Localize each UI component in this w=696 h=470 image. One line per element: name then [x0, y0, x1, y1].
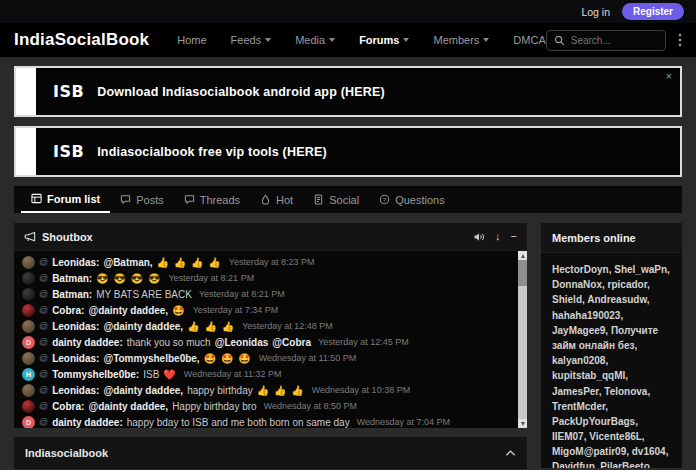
avatar[interactable]: D — [22, 416, 35, 429]
shoutbox-header: Shoutbox ↓ − — [14, 223, 527, 250]
search-box[interactable] — [546, 30, 666, 51]
main-navbar: IndiaSocialBook HomeFeedsMediaForumsMemb… — [0, 23, 696, 57]
tab-forum-list[interactable]: Forum list — [21, 186, 110, 213]
avatar[interactable] — [22, 320, 35, 333]
shoutbox-message: H@Tommyshelbe0be:ISB❤️Wednesday at 11:32… — [14, 366, 527, 382]
nav-item-home[interactable]: Home — [177, 34, 206, 46]
username[interactable]: Leonidas: — [52, 257, 99, 268]
banner-image-strip — [16, 68, 36, 115]
username[interactable]: Tommyshelbe0be: — [52, 369, 139, 380]
shoutbox-message: @Cobra:@dainty daddee,🤩Yesterday at 7:34… — [14, 302, 527, 318]
isb-logo: ISB — [53, 142, 84, 161]
avatar[interactable] — [22, 256, 35, 269]
mention-link[interactable]: @Cobra — [272, 337, 311, 348]
chevron-down-icon — [265, 38, 271, 42]
search-input[interactable] — [571, 35, 658, 46]
more-menu-button[interactable] — [678, 33, 682, 47]
minimize-icon[interactable]: − — [511, 231, 517, 242]
sound-on-icon[interactable] — [473, 231, 485, 243]
members-list[interactable]: HectorDoyn, Shel_waPn, DonnaNox, rpicado… — [541, 253, 682, 468]
close-icon[interactable]: × — [666, 71, 672, 82]
timestamp: Yesterday at 8:21 PM — [168, 273, 254, 283]
username[interactable]: Cobra: — [52, 305, 84, 316]
banner-android-app[interactable]: ISB Download Indiasocialbook android app… — [14, 66, 682, 117]
social-icon — [313, 194, 324, 205]
nav-item-media[interactable]: Media — [295, 34, 335, 46]
collapse-button[interactable] — [505, 449, 516, 457]
mention-link[interactable]: @dainty daddee, — [103, 385, 183, 396]
username[interactable]: Batman: — [52, 273, 92, 284]
avatar[interactable] — [22, 272, 35, 285]
mention-link[interactable]: @Batman, — [103, 257, 152, 268]
scroll-up-icon[interactable] — [518, 251, 527, 260]
mention-prefix-icon: @ — [39, 353, 48, 363]
tab-questions[interactable]: ?Questions — [369, 186, 455, 213]
timestamp: Wednesday at 10:38 PM — [312, 385, 410, 395]
nav-item-feeds[interactable]: Feeds — [231, 34, 272, 46]
nav-item-members[interactable]: Members — [433, 34, 489, 46]
scroll-down-icon[interactable] — [518, 419, 527, 428]
username[interactable]: Cobra: — [52, 401, 84, 412]
site-logo[interactable]: IndiaSocialBook — [14, 30, 149, 50]
utility-bar: Log in Register — [0, 0, 696, 23]
search-icon — [554, 35, 565, 46]
timestamp: Yesterday at 12:48 PM — [242, 321, 333, 331]
mention-link[interactable]: @dainty daddee, — [88, 401, 168, 412]
members-online-panel: Members online HectorDoyn, Shel_waPn, Do… — [541, 223, 682, 468]
chevron-down-icon — [329, 38, 335, 42]
page-content: ISB Download Indiasocialbook android app… — [0, 57, 696, 469]
mention-prefix-icon: @ — [39, 369, 48, 379]
login-link[interactable]: Log in — [581, 6, 610, 18]
forum-section-title: Indiasocialbook — [25, 447, 108, 459]
username[interactable]: dainty daddee: — [52, 337, 123, 348]
avatar[interactable] — [22, 352, 35, 365]
username[interactable]: Leonidas: — [52, 321, 99, 332]
mention-link[interactable]: @dainty daddee, — [88, 305, 168, 316]
emoji: 👍 👍 👍 — [187, 321, 235, 332]
username[interactable]: Leonidas: — [52, 385, 99, 396]
mention-link[interactable]: @Tommyshelbe0be, — [103, 353, 199, 364]
nav-item-forums[interactable]: Forums — [359, 34, 409, 46]
message-text: thank you so much — [127, 337, 211, 348]
avatar[interactable] — [22, 384, 35, 397]
scrollbar-thumb[interactable] — [518, 260, 527, 286]
username[interactable]: Batman: — [52, 289, 92, 300]
banner-text: Indiasocialbook free vip tools (HERE) — [97, 145, 327, 159]
avatar[interactable]: D — [22, 336, 35, 349]
nav-item-dmca[interactable]: DMCA — [513, 34, 545, 46]
register-button[interactable]: Register — [622, 3, 684, 20]
tab-threads[interactable]: Threads — [174, 186, 250, 213]
timestamp: Wednesday at 8:50 PM — [264, 401, 357, 411]
avatar[interactable] — [22, 400, 35, 413]
tab-social[interactable]: Social — [303, 186, 369, 213]
tab-hot[interactable]: Hot — [250, 186, 303, 213]
shoutbox-controls: ↓ − — [473, 231, 517, 243]
down-arrow-icon[interactable]: ↓ — [495, 231, 501, 242]
mention-link[interactable]: @Leonidas — [215, 337, 269, 348]
timestamp: Yesterday at 8:21 PM — [199, 289, 285, 299]
shoutbox-message: @Leonidas:@dainty daddee,happy birthday👍… — [14, 382, 527, 398]
vertical-dots-icon — [678, 33, 682, 47]
shoutbox-message: @Batman:😎 😎 😎 😎Yesterday at 8:21 PM — [14, 270, 527, 286]
tab-posts[interactable]: Posts — [110, 186, 174, 213]
avatar[interactable] — [22, 288, 35, 301]
emoji: 🤩 — [172, 305, 185, 316]
username[interactable]: dainty daddee: — [52, 417, 123, 428]
mention-prefix-icon: @ — [39, 273, 48, 283]
scrollbar[interactable] — [518, 251, 527, 428]
mention-prefix-icon: @ — [39, 289, 48, 299]
mention-prefix-icon: @ — [39, 385, 48, 395]
mention-link[interactable]: @dainty daddee, — [103, 321, 183, 332]
message-text: happy birthday — [187, 385, 253, 396]
avatar[interactable] — [22, 304, 35, 317]
mention-prefix-icon: @ — [39, 257, 48, 267]
username[interactable]: Leonidas: — [52, 353, 99, 364]
hot-icon — [260, 194, 271, 205]
mention-prefix-icon: @ — [39, 417, 48, 427]
megaphone-icon — [24, 231, 36, 243]
avatar[interactable]: H — [22, 368, 35, 381]
tab-label: Forum list — [47, 193, 100, 205]
message-text: ISB — [143, 369, 159, 380]
banner-vip-tools[interactable]: ISB Indiasocialbook free vip tools (HERE… — [14, 126, 682, 177]
shoutbox-title-text: Shoutbox — [42, 231, 93, 243]
